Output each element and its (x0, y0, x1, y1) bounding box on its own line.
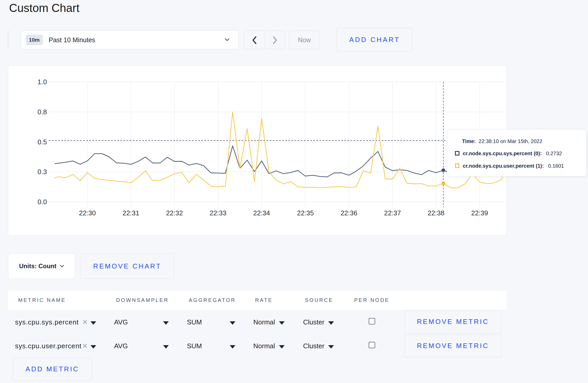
svg-text:22:36: 22:36 (340, 209, 357, 217)
svg-text:22:34: 22:34 (253, 209, 270, 217)
svg-text:1.0: 1.0 (38, 78, 47, 86)
svg-text:0.0: 0.0 (38, 198, 47, 206)
svg-text:0.8: 0.8 (38, 108, 47, 116)
svg-text:0.3: 0.3 (38, 168, 47, 176)
svg-text:22:38: 22:38 (428, 209, 444, 217)
svg-text:22:31: 22:31 (122, 209, 139, 217)
svg-text:22:39: 22:39 (471, 209, 488, 217)
svg-text:22:33: 22:33 (209, 209, 226, 217)
svg-text:22:32: 22:32 (166, 209, 183, 217)
svg-text:22:30: 22:30 (79, 209, 96, 217)
svg-text:0.5: 0.5 (38, 138, 47, 146)
svg-text:22:37: 22:37 (384, 209, 401, 217)
svg-text:22:35: 22:35 (297, 209, 314, 217)
